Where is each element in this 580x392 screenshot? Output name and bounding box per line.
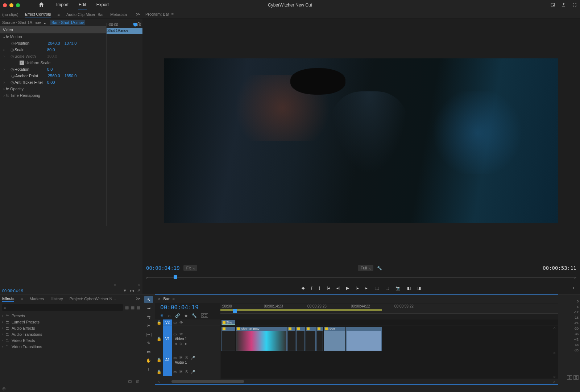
clip-v1-3[interactable] [287,327,295,351]
snap-icon[interactable]: ∩ [168,313,171,318]
solo-left-button[interactable]: S [567,375,572,380]
solo-button[interactable]: S [185,356,188,360]
tab-audio-mixer[interactable]: Audio Clip Mixer: Bar [66,12,104,17]
mark-out-icon[interactable]: } [319,286,320,290]
scroll-handle-icon[interactable]: ○ [553,351,556,355]
lift-icon[interactable]: ⬚ [375,286,379,290]
add-keyframe-icon[interactable]: ◇ [179,342,182,346]
panel-menu-icon[interactable]: ≡ [21,297,23,301]
rectangle-tool[interactable]: ▭ [144,348,153,355]
stopwatch-icon[interactable]: ◷ [11,74,15,78]
timeline-timecode[interactable]: 00:00:04:19 [160,304,199,311]
quick-export-icon[interactable] [550,2,555,8]
caption-icon[interactable]: CC [201,313,208,318]
position-x-value[interactable]: 2048.0 [48,41,60,45]
panel-menu-icon[interactable]: ≡ [171,12,173,16]
maximize-window-button[interactable] [16,3,20,7]
clip-v1-2[interactable]: Shot 1B.mov [236,327,287,351]
solo-right-button[interactable]: S [573,375,579,380]
rotation-value[interactable]: 0.0 [47,67,53,71]
scroll-handle-icon[interactable]: ○ [114,282,116,287]
cc-icon[interactable]: ◎ [2,386,6,391]
mute-button[interactable]: M [179,356,182,360]
fx-badge-icon[interactable]: ▦ [131,305,134,310]
play-button[interactable]: ▶ [346,286,349,290]
uniform-scale-checkbox[interactable]: ✓ [20,61,24,65]
next-keyframe-icon[interactable]: ▸ [185,342,187,346]
keyframe-icon[interactable]: ▸◂ [130,288,134,293]
ec-clip-label[interactable]: Bar · Shot 1A.mov [50,20,85,25]
lock-icon[interactable]: 🔒 [157,337,162,341]
voice-over-icon[interactable]: 🎤 [191,370,195,374]
track-a2-header[interactable]: 🔒 ▭MS🎤 [155,368,220,376]
ec-playhead[interactable] [135,23,135,226]
effects-folder-audio-fx[interactable]: ›🗀Audio Effects [0,325,142,331]
settings-icon[interactable]: 🔧 [377,266,382,271]
panel-menu-icon[interactable]: ≡ [173,297,175,301]
voice-over-icon[interactable]: 🎤 [191,356,195,360]
nest-icon[interactable]: ❄ [160,313,163,318]
effects-folder-video-fx[interactable]: ›🗀Video Effects [0,337,142,343]
effects-folder-audio-trans[interactable]: ›🗀Audio Transitions [0,331,142,337]
comparison-icon[interactable]: ◨ [417,286,421,290]
stopwatch-icon[interactable]: ◷ [10,67,14,72]
effects-folder-lumetri[interactable]: ›🗀Lumetri Presets [0,319,142,325]
scale-value[interactable]: 80.0 [47,48,55,52]
type-tool[interactable]: T [144,366,153,373]
toggle-output-icon[interactable]: ▭ [173,332,177,336]
export-icon[interactable]: ↗ [137,288,140,293]
pen-tool[interactable]: ✎ [144,339,153,347]
ec-mini-clip[interactable]: Shot 1A.mov [107,28,142,34]
clip-v1-6[interactable] [316,327,323,351]
lock-icon[interactable]: 🔒 [157,370,162,374]
clip-v1-1[interactable] [221,327,235,351]
clip-v1-5[interactable] [306,327,316,351]
src-patch-v1[interactable]: V1 [163,326,172,352]
timeline-ruler[interactable]: :00:00 00:00:14:23 00:00:29:23 00:00:44:… [220,304,558,314]
track-select-tool[interactable]: ⇥ [144,305,153,312]
tabs-overflow-icon[interactable]: ≫ [136,296,140,301]
tab-effect-controls[interactable]: Effect Controls [25,11,51,17]
clip-v1-7[interactable]: Shot [324,327,345,351]
visibility-icon[interactable]: 👁 [179,332,183,336]
selection-tool[interactable]: ↖ [144,296,153,303]
tab-project[interactable]: Project: CyberWitcher New Cut [70,296,117,302]
track-v1-lane[interactable]: Shot 1B.mov Shot [220,326,558,352]
scrub-handle-left[interactable]: ○ [146,276,149,280]
antiflicker-value[interactable]: 0.00 [47,80,55,84]
fx-badge-icon[interactable]: ▦ [137,305,140,310]
mute-button[interactable]: M [179,370,182,374]
lock-icon[interactable]: 🔒 [157,358,162,362]
mark-in-icon[interactable]: { [311,286,312,290]
toggle-output-icon[interactable]: ▭ [173,321,177,325]
button-editor-icon[interactable]: + [573,286,575,290]
sequence-name[interactable]: Bar [163,297,169,301]
hand-tool[interactable]: ✋ [144,357,153,364]
playhead-handle[interactable] [233,309,237,313]
clip-v1-8[interactable] [346,327,382,351]
scroll-thumb[interactable] [171,380,244,383]
effects-folder-video-trans[interactable]: ›🗀Video Transitions [0,343,142,350]
scroll-handle-icon[interactable]: ○ [553,326,556,330]
ec-source-dropdown[interactable]: ⌄ [43,20,46,25]
visibility-icon[interactable]: 👁 [179,321,183,325]
ripple-edit-tool[interactable]: ⇆ [144,313,153,321]
filter-icon[interactable]: ▼ [123,288,127,293]
settings-icon[interactable]: 🔧 [192,313,197,318]
stopwatch-icon[interactable]: ◷ [11,41,15,46]
scroll-handle-left[interactable]: ○ [158,379,161,384]
step-forward-icon[interactable]: |▸ [356,286,359,290]
stopwatch-icon[interactable]: ◷ [10,80,14,85]
track-v1-header[interactable]: 🔒 V1 ▭👁 Video 1 ◂◇▸ [155,326,220,352]
workspace-export[interactable]: Export [96,1,110,9]
razor-tool[interactable]: ✂ [144,322,153,329]
scrub-handle-right[interactable]: ○ [574,276,576,280]
scroll-handle-icon[interactable]: ○ [138,282,140,287]
delete-icon[interactable]: 🗑 [136,379,140,383]
zoom-dropdown[interactable]: Fit⌄ [183,265,197,271]
track-a1-lane[interactable] [220,352,558,368]
go-to-in-icon[interactable]: |◂ [327,286,330,290]
linked-selection-icon[interactable]: 🔗 [175,313,180,318]
timeline-hscroll[interactable]: ○ ○ [155,379,558,384]
close-window-button[interactable] [3,3,7,7]
